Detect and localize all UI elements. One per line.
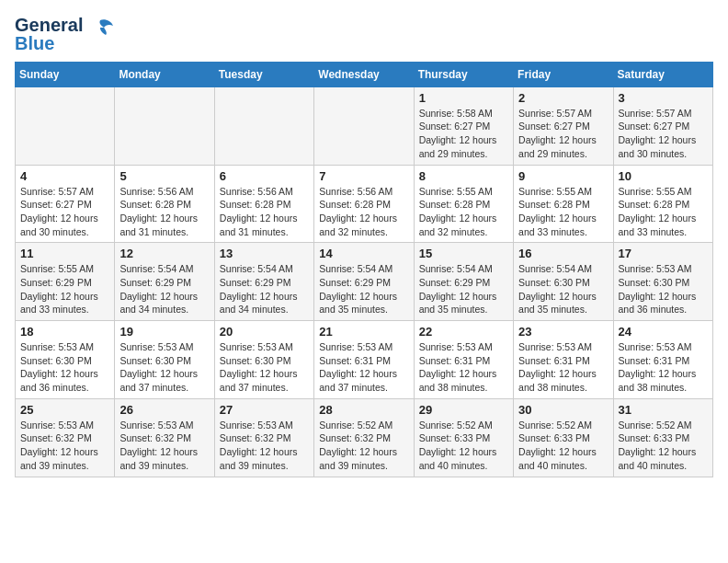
day-number: 9 (518, 169, 608, 183)
header-monday: Monday (115, 62, 214, 86)
calendar-cell: 25Sunrise: 5:53 AM Sunset: 6:32 PM Dayli… (16, 398, 115, 477)
day-info: Sunrise: 5:56 AM Sunset: 6:28 PM Dayligh… (319, 185, 408, 239)
calendar-cell: 14Sunrise: 5:54 AM Sunset: 6:29 PM Dayli… (314, 243, 414, 321)
calendar-table: SundayMondayTuesdayWednesdayThursdayFrid… (15, 62, 713, 477)
calendar-cell: 20Sunrise: 5:53 AM Sunset: 6:30 PM Dayli… (214, 321, 313, 399)
calendar-cell: 19Sunrise: 5:53 AM Sunset: 6:30 PM Dayli… (115, 321, 214, 399)
day-info: Sunrise: 5:55 AM Sunset: 6:29 PM Dayligh… (20, 262, 109, 316)
day-info: Sunrise: 5:57 AM Sunset: 6:27 PM Dayligh… (619, 107, 708, 161)
calendar-cell: 10Sunrise: 5:55 AM Sunset: 6:28 PM Dayli… (613, 165, 712, 243)
day-number: 6 (220, 169, 309, 183)
day-info: Sunrise: 5:54 AM Sunset: 6:30 PM Dayligh… (518, 262, 608, 316)
calendar-week-2: 4Sunrise: 5:57 AM Sunset: 6:27 PM Daylig… (16, 165, 713, 243)
day-info: Sunrise: 5:58 AM Sunset: 6:27 PM Dayligh… (419, 107, 508, 161)
day-info: Sunrise: 5:57 AM Sunset: 6:27 PM Dayligh… (518, 107, 608, 161)
day-info: Sunrise: 5:53 AM Sunset: 6:32 PM Dayligh… (119, 419, 209, 473)
calendar-week-1: 1Sunrise: 5:58 AM Sunset: 6:27 PM Daylig… (16, 86, 713, 165)
calendar-cell: 30Sunrise: 5:52 AM Sunset: 6:33 PM Dayli… (514, 398, 613, 477)
day-info: Sunrise: 5:55 AM Sunset: 6:28 PM Dayligh… (619, 185, 708, 239)
day-info: Sunrise: 5:53 AM Sunset: 6:31 PM Dayligh… (518, 340, 608, 395)
day-number: 16 (518, 247, 608, 260)
calendar-cell: 31Sunrise: 5:52 AM Sunset: 6:33 PM Dayli… (613, 398, 712, 477)
calendar-cell: 29Sunrise: 5:52 AM Sunset: 6:33 PM Dayli… (414, 398, 513, 477)
day-info: Sunrise: 5:54 AM Sunset: 6:29 PM Dayligh… (419, 262, 508, 316)
calendar-cell: 22Sunrise: 5:53 AM Sunset: 6:31 PM Dayli… (414, 321, 513, 399)
header-thursday: Thursday (414, 62, 513, 86)
day-number: 23 (518, 325, 608, 339)
day-number: 30 (518, 403, 608, 417)
day-number: 10 (619, 169, 708, 183)
day-info: Sunrise: 5:55 AM Sunset: 6:28 PM Dayligh… (419, 185, 508, 239)
day-number: 1 (419, 91, 508, 105)
header-wednesday: Wednesday (314, 62, 414, 86)
calendar-cell: 16Sunrise: 5:54 AM Sunset: 6:30 PM Dayli… (514, 243, 613, 321)
calendar-cell (115, 86, 214, 165)
day-number: 7 (319, 169, 408, 183)
day-info: Sunrise: 5:54 AM Sunset: 6:29 PM Dayligh… (220, 262, 309, 316)
logo: General Blue (15, 15, 113, 54)
calendar-header-row: SundayMondayTuesdayWednesdayThursdayFrid… (16, 62, 713, 86)
calendar-cell: 28Sunrise: 5:52 AM Sunset: 6:32 PM Dayli… (314, 398, 414, 477)
day-number: 14 (319, 247, 408, 260)
calendar-week-3: 11Sunrise: 5:55 AM Sunset: 6:29 PM Dayli… (16, 243, 713, 321)
day-number: 11 (20, 247, 109, 260)
calendar-cell: 21Sunrise: 5:53 AM Sunset: 6:31 PM Dayli… (314, 321, 414, 399)
day-info: Sunrise: 5:54 AM Sunset: 6:29 PM Dayligh… (119, 262, 209, 316)
calendar-cell: 7Sunrise: 5:56 AM Sunset: 6:28 PM Daylig… (314, 165, 414, 243)
header: General Blue (15, 15, 713, 54)
calendar-cell: 27Sunrise: 5:53 AM Sunset: 6:32 PM Dayli… (214, 398, 313, 477)
day-info: Sunrise: 5:56 AM Sunset: 6:28 PM Dayligh… (119, 185, 209, 239)
day-number: 19 (119, 325, 209, 339)
day-number: 24 (619, 325, 708, 339)
day-info: Sunrise: 5:53 AM Sunset: 6:31 PM Dayligh… (419, 340, 508, 395)
day-number: 20 (220, 325, 309, 339)
day-number: 29 (419, 403, 508, 417)
day-info: Sunrise: 5:53 AM Sunset: 6:31 PM Dayligh… (319, 340, 408, 395)
calendar-cell (314, 86, 414, 165)
calendar-cell: 3Sunrise: 5:57 AM Sunset: 6:27 PM Daylig… (613, 86, 712, 165)
calendar-cell: 18Sunrise: 5:53 AM Sunset: 6:30 PM Dayli… (16, 321, 115, 399)
calendar-cell: 26Sunrise: 5:53 AM Sunset: 6:32 PM Dayli… (115, 398, 214, 477)
day-number: 12 (119, 247, 209, 260)
calendar-cell: 12Sunrise: 5:54 AM Sunset: 6:29 PM Dayli… (115, 243, 214, 321)
calendar-cell: 8Sunrise: 5:55 AM Sunset: 6:28 PM Daylig… (414, 165, 513, 243)
logo-blue: Blue (15, 33, 54, 54)
day-number: 27 (220, 403, 309, 417)
day-number: 17 (619, 247, 708, 260)
calendar-cell: 15Sunrise: 5:54 AM Sunset: 6:29 PM Dayli… (414, 243, 513, 321)
header-saturday: Saturday (613, 62, 712, 86)
calendar-cell: 23Sunrise: 5:53 AM Sunset: 6:31 PM Dayli… (514, 321, 613, 399)
logo-bird-icon (87, 18, 113, 37)
calendar-cell: 13Sunrise: 5:54 AM Sunset: 6:29 PM Dayli… (214, 243, 313, 321)
day-number: 3 (619, 91, 708, 105)
day-number: 13 (220, 247, 309, 260)
day-number: 2 (518, 91, 608, 105)
day-number: 26 (119, 403, 209, 417)
calendar-cell: 2Sunrise: 5:57 AM Sunset: 6:27 PM Daylig… (514, 86, 613, 165)
day-number: 5 (119, 169, 209, 183)
day-number: 25 (20, 403, 109, 417)
header-sunday: Sunday (16, 62, 115, 86)
day-info: Sunrise: 5:52 AM Sunset: 6:32 PM Dayligh… (319, 419, 408, 473)
day-number: 15 (419, 247, 508, 260)
day-info: Sunrise: 5:52 AM Sunset: 6:33 PM Dayligh… (518, 419, 608, 473)
day-info: Sunrise: 5:54 AM Sunset: 6:29 PM Dayligh… (319, 262, 408, 316)
calendar-cell: 24Sunrise: 5:53 AM Sunset: 6:31 PM Dayli… (613, 321, 712, 399)
day-info: Sunrise: 5:53 AM Sunset: 6:30 PM Dayligh… (119, 340, 209, 395)
day-info: Sunrise: 5:53 AM Sunset: 6:32 PM Dayligh… (220, 419, 309, 473)
calendar-cell: 5Sunrise: 5:56 AM Sunset: 6:28 PM Daylig… (115, 165, 214, 243)
calendar-cell: 1Sunrise: 5:58 AM Sunset: 6:27 PM Daylig… (414, 86, 513, 165)
day-info: Sunrise: 5:53 AM Sunset: 6:30 PM Dayligh… (220, 340, 309, 395)
calendar-week-4: 18Sunrise: 5:53 AM Sunset: 6:30 PM Dayli… (16, 321, 713, 399)
day-number: 21 (319, 325, 408, 339)
day-info: Sunrise: 5:53 AM Sunset: 6:32 PM Dayligh… (20, 419, 109, 473)
day-info: Sunrise: 5:53 AM Sunset: 6:30 PM Dayligh… (619, 262, 708, 316)
header-friday: Friday (514, 62, 613, 86)
day-number: 8 (419, 169, 508, 183)
day-info: Sunrise: 5:55 AM Sunset: 6:28 PM Dayligh… (518, 185, 608, 239)
calendar-cell: 17Sunrise: 5:53 AM Sunset: 6:30 PM Dayli… (613, 243, 712, 321)
calendar-cell: 4Sunrise: 5:57 AM Sunset: 6:27 PM Daylig… (16, 165, 115, 243)
day-info: Sunrise: 5:52 AM Sunset: 6:33 PM Dayligh… (619, 419, 708, 473)
calendar-cell (16, 86, 115, 165)
day-info: Sunrise: 5:56 AM Sunset: 6:28 PM Dayligh… (220, 185, 309, 239)
